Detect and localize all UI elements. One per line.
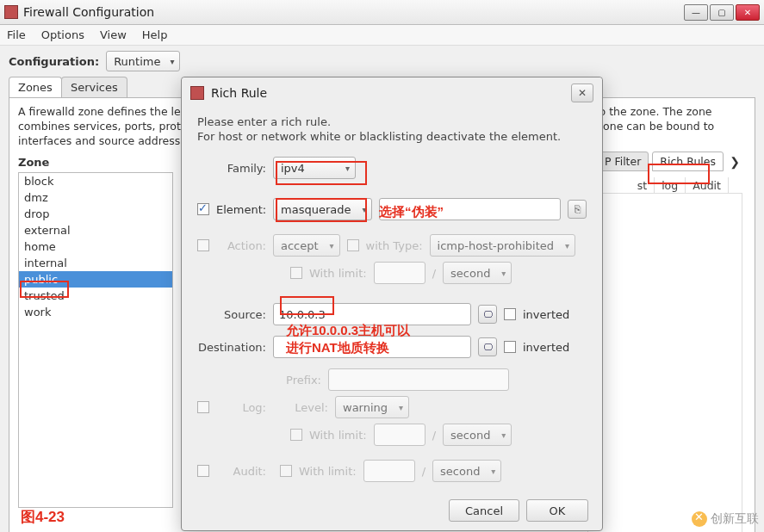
- action-limit-unit[interactable]: second: [443, 262, 512, 284]
- ok-button[interactable]: OK: [526, 499, 588, 522]
- audit-label: Audit:: [216, 465, 266, 478]
- col-st: st: [630, 177, 655, 194]
- source-label: Source:: [197, 308, 266, 321]
- dialog-icon: [190, 86, 204, 100]
- annotation-masquerade: 选择“伪装”: [379, 203, 444, 220]
- log-limit-unit[interactable]: second: [443, 424, 512, 446]
- menu-help[interactable]: Help: [142, 28, 168, 41]
- log-limit-checkbox[interactable]: [290, 429, 302, 441]
- config-label: Configuration:: [9, 55, 99, 68]
- zone-item-home[interactable]: home: [19, 238, 172, 255]
- dialog-title: Rich Rule: [211, 86, 564, 100]
- audit-limit-label: With limit:: [299, 465, 357, 478]
- level-select[interactable]: warning: [335, 396, 409, 418]
- log-checkbox[interactable]: [197, 401, 209, 413]
- action-select[interactable]: accept: [273, 234, 340, 257]
- tab-rich-rules[interactable]: Rich Rules: [652, 152, 724, 171]
- tab-services[interactable]: Services: [61, 77, 127, 97]
- log-limit-input[interactable]: [374, 424, 425, 446]
- action-limit-label: With limit:: [309, 267, 367, 280]
- menubar: File Options View Help: [0, 25, 764, 46]
- col-audit: Audit: [686, 177, 729, 194]
- dest-inverted-checkbox[interactable]: [504, 341, 516, 353]
- watermark: 创新互联: [692, 511, 759, 527]
- source-browse-icon[interactable]: 🖵: [478, 305, 497, 324]
- menu-file[interactable]: File: [7, 28, 26, 41]
- icmp-type-select[interactable]: icmp-host-prohibited: [430, 234, 575, 257]
- dialog-close-button[interactable]: ✕: [571, 84, 593, 102]
- zone-item-public[interactable]: public: [19, 271, 172, 288]
- minimize-button[interactable]: —: [684, 4, 708, 21]
- dest-inverted-label: inverted: [523, 341, 569, 354]
- config-row: Configuration: Runtime: [0, 46, 764, 77]
- rich-rules-content: [587, 193, 742, 532]
- rich-rule-dialog: Rich Rule ✕ Please enter a rich rule. Fo…: [181, 77, 603, 531]
- tab-zones[interactable]: Zones: [9, 77, 62, 97]
- window-titlebar: Firewall Configuration — ▢ ✕: [0, 0, 764, 25]
- action-label: Action:: [216, 239, 266, 252]
- with-type-label: with Type:: [366, 239, 423, 252]
- maximize-button[interactable]: ▢: [710, 4, 734, 21]
- zone-item-dmz[interactable]: dmz: [19, 189, 172, 206]
- audit-limit-input[interactable]: [363, 460, 415, 482]
- watermark-icon: [692, 511, 707, 527]
- menu-options[interactable]: Options: [41, 28, 84, 41]
- annotation-source: 允许10.0.0.3主机可以 进行NAT地质转换: [286, 322, 410, 357]
- zone-item-internal[interactable]: internal: [19, 255, 172, 271]
- family-select[interactable]: ipv4: [273, 157, 356, 179]
- zone-item-block[interactable]: block: [19, 173, 172, 189]
- zone-item-drop[interactable]: drop: [19, 206, 172, 222]
- tabs-scroll-right-icon[interactable]: ❯: [727, 152, 742, 171]
- configuration-select[interactable]: Runtime: [106, 51, 180, 71]
- log-limit-label: With limit:: [309, 429, 367, 442]
- element-param-icon[interactable]: ⎘: [568, 200, 587, 219]
- close-button[interactable]: ✕: [736, 4, 760, 21]
- level-label: Level:: [294, 401, 328, 414]
- audit-checkbox[interactable]: [197, 465, 209, 477]
- element-select[interactable]: masquerade: [273, 198, 372, 220]
- dest-label: Destination:: [197, 341, 266, 354]
- tab-filter[interactable]: P Filter: [597, 152, 649, 171]
- figure-label: 图4-23: [21, 507, 65, 527]
- audit-limit-unit[interactable]: second: [432, 460, 501, 482]
- col-log: log: [655, 177, 686, 194]
- prefix-input[interactable]: [328, 368, 509, 391]
- zone-list[interactable]: blockdmzdropexternalhomeinternalpublictr…: [18, 172, 173, 508]
- dialog-text-2: For host or network white or blacklistin…: [197, 130, 587, 143]
- window-title: Firewall Configuration: [23, 5, 679, 19]
- action-limit-input[interactable]: [374, 262, 425, 284]
- prefix-label: Prefix:: [273, 374, 321, 387]
- with-type-checkbox[interactable]: [347, 239, 359, 251]
- zone-item-trusted[interactable]: trusted: [19, 288, 172, 304]
- action-checkbox[interactable]: [197, 239, 209, 251]
- source-inverted-label: inverted: [523, 308, 569, 321]
- zone-item-work[interactable]: work: [19, 304, 172, 320]
- log-label: Log:: [216, 401, 266, 414]
- menu-view[interactable]: View: [100, 28, 127, 41]
- firewall-app-icon: [4, 5, 18, 19]
- family-label: Family:: [197, 162, 266, 175]
- dest-browse-icon[interactable]: 🖵: [478, 337, 497, 356]
- zone-item-external[interactable]: external: [19, 222, 172, 238]
- action-limit-checkbox[interactable]: [290, 267, 302, 279]
- cancel-button[interactable]: Cancel: [449, 499, 519, 522]
- source-inverted-checkbox[interactable]: [504, 308, 516, 320]
- element-checkbox[interactable]: [197, 203, 209, 215]
- dialog-text-1: Please enter a rich rule.: [197, 115, 587, 128]
- element-label: Element:: [216, 203, 266, 216]
- audit-limit-checkbox[interactable]: [280, 465, 292, 477]
